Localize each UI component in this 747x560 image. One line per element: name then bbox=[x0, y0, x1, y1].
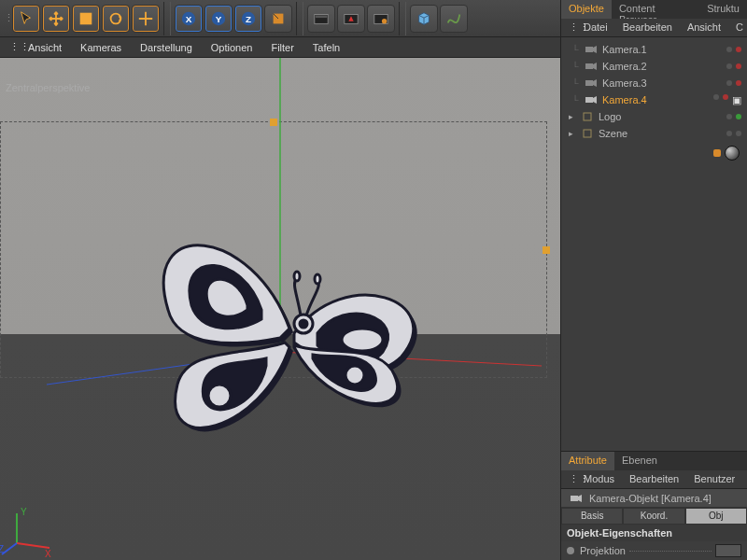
svg-line-26 bbox=[17, 543, 49, 548]
add-primitive[interactable] bbox=[410, 5, 438, 33]
camera-icon bbox=[585, 78, 598, 88]
attr-menu-benutzer[interactable]: Benutzer bbox=[686, 470, 742, 488]
svg-rect-10 bbox=[316, 15, 328, 18]
axis-z-lock[interactable]: Z bbox=[234, 5, 262, 33]
toolbar-grip[interactable]: ⋮⋮ bbox=[4, 12, 11, 24]
attribute-manager: Attribute Ebenen ⋮⋮ Modus Bearbeiten Ben… bbox=[561, 451, 747, 560]
subtab-objekt[interactable]: Obj bbox=[685, 508, 747, 525]
svg-marker-33 bbox=[593, 79, 597, 87]
null-icon bbox=[581, 112, 594, 121]
camera-icon bbox=[570, 494, 583, 503]
svg-rect-28 bbox=[585, 47, 593, 52]
svg-text:Y: Y bbox=[216, 13, 222, 23]
attribute-subtabs: Basis Koord. Obj bbox=[561, 508, 747, 525]
svg-point-22 bbox=[300, 320, 307, 328]
render-view[interactable] bbox=[307, 5, 335, 33]
gizmo-y-label: Y bbox=[21, 507, 27, 517]
tab-content-browser[interactable]: Content Browser bbox=[612, 0, 699, 19]
projektion-dropdown[interactable] bbox=[715, 544, 741, 557]
panel-menu-bearbeiten[interactable]: Bearbeiten bbox=[615, 19, 680, 36]
attr-section-head: Objekt-Eigenschaften bbox=[561, 525, 747, 541]
axis-gizmo[interactable]: Y X Z bbox=[7, 506, 54, 553]
viewport-camera-label: Zentralperspektive bbox=[6, 82, 91, 93]
add-spline[interactable] bbox=[440, 5, 468, 33]
active-camera-icon[interactable]: ▣ bbox=[732, 94, 741, 106]
panel-menu-datei[interactable]: Datei bbox=[576, 19, 615, 36]
svg-point-20 bbox=[345, 366, 364, 385]
panel-menu-grip[interactable]: ⋮⋮ bbox=[561, 19, 576, 36]
tree-row-kamera4[interactable]: └ Kamera.4 ▣ bbox=[563, 91, 745, 108]
coord-system[interactable] bbox=[264, 5, 292, 33]
null-icon bbox=[581, 129, 594, 138]
render-picture[interactable] bbox=[337, 5, 365, 33]
tree-row-kamera1[interactable]: └ Kamera.1 bbox=[563, 41, 745, 58]
select-tool[interactable] bbox=[12, 5, 40, 33]
tab-struktur[interactable]: Struktu bbox=[699, 0, 747, 19]
tree-row-szene[interactable]: ▸ Szene bbox=[563, 125, 745, 142]
svg-marker-35 bbox=[593, 96, 597, 104]
svg-text:X: X bbox=[186, 13, 192, 23]
tab-ebenen[interactable]: Ebenen bbox=[614, 452, 665, 470]
subtab-basis[interactable]: Basis bbox=[561, 508, 623, 525]
camera-icon bbox=[585, 95, 598, 105]
viewport-menu-ansicht[interactable]: Ansicht bbox=[19, 42, 71, 53]
tab-objekte[interactable]: Objekte bbox=[561, 0, 612, 19]
tab-attribute[interactable]: Attribute bbox=[561, 452, 614, 470]
axis-x-lock[interactable]: X bbox=[175, 5, 203, 33]
svg-point-18 bbox=[208, 385, 231, 407]
viewport-menu-filter[interactable]: Filter bbox=[261, 42, 303, 53]
svg-point-19 bbox=[342, 329, 383, 351]
render-settings[interactable] bbox=[367, 5, 395, 33]
svg-rect-32 bbox=[585, 80, 593, 86]
viewport-menu-kameras[interactable]: Kameras bbox=[71, 42, 131, 53]
viewport-menu-darstellung[interactable]: Darstellung bbox=[131, 42, 202, 53]
attr-menu-grip[interactable]: ⋮⋮ bbox=[561, 470, 576, 488]
tree-row-kamera2[interactable]: └ Kamera.2 bbox=[563, 58, 745, 75]
gizmo-z-label: Z bbox=[0, 544, 4, 554]
object-manager-tabs: Objekte Content Browser Struktu bbox=[561, 0, 747, 19]
viewport-menu-grip[interactable]: ⋮⋮ bbox=[0, 41, 19, 53]
svg-rect-0 bbox=[80, 12, 92, 24]
prop-projektion: Projektion bbox=[561, 541, 747, 560]
keyframe-icon[interactable] bbox=[713, 149, 721, 157]
svg-point-1 bbox=[111, 13, 121, 23]
scene-object-logo[interactable] bbox=[140, 198, 439, 478]
svg-rect-38 bbox=[571, 496, 578, 501]
material-tag[interactable] bbox=[725, 146, 740, 161]
viewport-menu-optionen[interactable]: Optionen bbox=[202, 42, 262, 53]
rotate-tool[interactable] bbox=[102, 5, 130, 33]
svg-marker-39 bbox=[578, 495, 582, 502]
attr-menu-bearbeiten[interactable]: Bearbeiten bbox=[622, 470, 686, 488]
scale-tool[interactable] bbox=[72, 5, 100, 33]
svg-rect-36 bbox=[584, 113, 591, 120]
svg-rect-37 bbox=[584, 130, 591, 137]
expand-icon[interactable]: ▸ bbox=[569, 112, 578, 121]
right-panel: Objekte Content Browser Struktu ⋮⋮ Datei… bbox=[560, 0, 747, 560]
svg-point-14 bbox=[382, 19, 387, 23]
attribute-object-title: Kamera-Objekt [Kamera.4] bbox=[561, 489, 747, 508]
attr-menu-modus[interactable]: Modus bbox=[576, 470, 622, 488]
gizmo-x-label: X bbox=[45, 549, 51, 559]
panel-menu-ansicht[interactable]: Ansicht bbox=[680, 19, 728, 36]
viewport-menu-tafeln[interactable]: Tafeln bbox=[303, 42, 349, 53]
keyframe-bullet[interactable] bbox=[567, 547, 574, 554]
svg-line-27 bbox=[2, 543, 17, 554]
panel-menu-more[interactable]: C bbox=[728, 19, 747, 36]
viewport-3d[interactable]: Zentralperspektive bbox=[0, 58, 560, 560]
svg-point-24 bbox=[294, 272, 300, 281]
subtab-koord[interactable]: Koord. bbox=[623, 508, 684, 525]
last-tool[interactable] bbox=[132, 5, 160, 33]
frame-handle-top[interactable] bbox=[270, 119, 277, 126]
camera-icon bbox=[585, 45, 598, 54]
material-tag-row bbox=[563, 142, 745, 164]
viewport-wrapper: ⋮⋮ Ansicht Kameras Darstellung Optionen … bbox=[0, 37, 560, 560]
enable-toggle[interactable] bbox=[736, 114, 741, 119]
svg-point-23 bbox=[315, 274, 320, 284]
frame-handle-right[interactable] bbox=[543, 246, 550, 254]
tree-row-logo[interactable]: ▸ Logo bbox=[563, 108, 745, 125]
move-tool[interactable] bbox=[42, 5, 70, 33]
axis-y-lock[interactable]: Y bbox=[204, 5, 233, 33]
camera-icon bbox=[585, 62, 598, 71]
expand-icon[interactable]: ▸ bbox=[569, 129, 578, 138]
tree-row-kamera3[interactable]: └ Kamera.3 bbox=[563, 75, 745, 91]
